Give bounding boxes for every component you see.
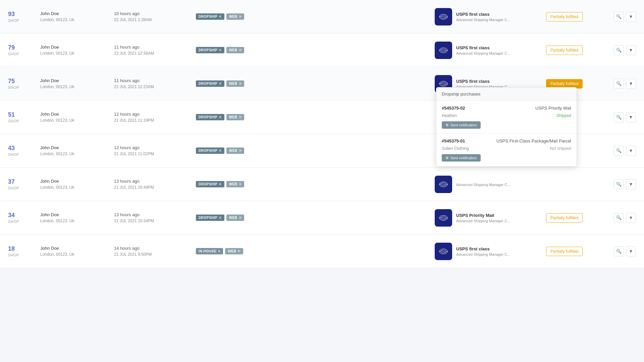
customer-name: John Doe [40, 145, 109, 150]
actions-col: 🔍 ▼ [609, 79, 636, 89]
tag-web-button[interactable]: WEB ✕ [226, 80, 244, 87]
search-action-button[interactable]: 🔍 [614, 146, 624, 156]
carrier-logo [435, 176, 452, 193]
search-icon: 🔍 [616, 14, 622, 19]
expand-action-button[interactable]: ▼ [626, 146, 636, 156]
shipping-info: USPS Priority Mail Advanced Shipping Man… [456, 213, 542, 223]
tag-dropship-button[interactable]: DROPSHIP ✕ [196, 181, 224, 187]
tags-col: DROPSHIP ✕ WEB ✕ [196, 47, 270, 53]
carrier-logo [435, 209, 452, 227]
customer-name: John Doe [40, 11, 109, 16]
chevron-down-icon: ▼ [629, 115, 633, 120]
sent-notification-button[interactable]: Sent notification [442, 154, 481, 162]
tag-dropship-button[interactable]: DROPSHIP ✕ [196, 13, 224, 20]
customer-name: John Doe [40, 212, 109, 217]
tag-web-button[interactable]: WEB ✕ [226, 13, 244, 20]
tags-col: DROPSHIP ✕ WEB ✕ [196, 13, 270, 20]
time-ago: 13 hours ago [114, 212, 196, 217]
purchase-id: #545375-02 [442, 106, 465, 111]
sent-notification-button[interactable]: Sent notification [442, 121, 481, 129]
actions-col: 🔍 ▼ [609, 112, 636, 122]
time-col: 10 hours ago 22 JUL 2021 1:28AM [109, 11, 196, 22]
tag-dropship-button[interactable]: DROPSHIP ✕ [196, 80, 224, 87]
tag-in-house-button[interactable]: IN-HOUSE ✕ [196, 248, 223, 254]
customer-col: John Doe London, 00123, Uk [35, 212, 109, 223]
expand-action-button[interactable]: ▼ [626, 179, 636, 189]
tag-delete-icon: ✕ [239, 82, 242, 85]
tag-web-button[interactable]: WEB ✕ [226, 114, 244, 120]
actions-col: 🔍 ▼ [609, 146, 636, 156]
orders-list: 93 SHOP John Doe London, 00123, Uk 10 ho… [0, 0, 644, 268]
chevron-down-icon: ▼ [629, 14, 633, 19]
order-row: 93 SHOP John Doe London, 00123, Uk 10 ho… [0, 0, 644, 34]
tag-web-button[interactable]: WEB ✕ [226, 181, 244, 187]
status-button[interactable]: Partially fulfilled [546, 213, 583, 223]
time-col: 11 hours ago 22 JUL 2021 12:23AM [109, 78, 196, 89]
order-number: 34 [8, 212, 35, 219]
tag-web-button[interactable]: WEB ✕ [226, 47, 244, 53]
search-action-button[interactable]: 🔍 [614, 213, 624, 223]
status-col: Partially fulfilled [542, 247, 609, 256]
order-source: SHOP [8, 52, 19, 56]
customer-name: John Doe [40, 45, 109, 50]
order-number: 18 [8, 245, 35, 252]
tag-web-button[interactable]: WEB ✕ [226, 215, 244, 221]
status-button[interactable]: Partially fulfilled [546, 247, 583, 256]
shipping-info: USPS first class Advanced Shipping Manag… [456, 45, 542, 55]
expand-action-button[interactable]: ▼ [626, 246, 636, 256]
search-action-button[interactable]: 🔍 [614, 112, 624, 122]
shipping-manager: Advanced Shipping Manager C... [456, 183, 542, 187]
tags-col: DROPSHIP ✕ WEB ✕ [196, 147, 270, 154]
search-action-button[interactable]: 🔍 [614, 12, 624, 22]
status-button[interactable]: Partially fulfilled [546, 46, 583, 55]
tag-delete-icon: ✕ [239, 149, 242, 153]
time-col: 13 hours ago 21 JUL 2021 10:49PM [109, 179, 196, 190]
tag-web-button[interactable]: WEB ✕ [225, 248, 243, 254]
notification-dot-icon [446, 157, 448, 159]
expand-action-button[interactable]: ▼ [626, 12, 636, 22]
tags-col: DROPSHIP ✕ WEB ✕ [196, 181, 270, 187]
search-action-button[interactable]: 🔍 [614, 79, 624, 89]
search-action-button[interactable]: 🔍 [614, 45, 624, 55]
time-ago: 12 hours ago [114, 112, 196, 117]
expand-action-button[interactable]: ▼ [626, 213, 636, 223]
order-row: 34 SHOP John Doe London, 00123, Uk 13 ho… [0, 201, 644, 235]
actions-col: 🔍 ▼ [609, 213, 636, 223]
carrier-logo [435, 42, 452, 59]
time-date: 21 JUL 2021 10:49PM [114, 185, 196, 190]
shipping-method: USPS first class [456, 12, 542, 17]
customer-address: London, 00123, Uk [40, 17, 109, 22]
shipping-info: USPS first class Advanced Shipping Manag… [456, 12, 542, 22]
tag-dropship-button[interactable]: DROPSHIP ✕ [196, 47, 224, 53]
tag-dropship-button[interactable]: DROPSHIP ✕ [196, 114, 224, 120]
shipping-col: USPS first class Advanced Shipping Manag… [435, 42, 542, 59]
time-ago: 10 hours ago [114, 11, 196, 16]
status-button[interactable]: Partially fulfilled [546, 12, 583, 21]
shipping-method: USPS Priority Mail [456, 213, 542, 218]
chevron-down-icon: ▼ [629, 249, 633, 254]
chevron-down-icon: ▼ [629, 215, 633, 220]
time-date: 21 JUL 2021 10:34PM [114, 219, 196, 223]
expand-action-button[interactable]: ▼ [626, 45, 636, 55]
tag-dropship-button[interactable]: DROPSHIP ✕ [196, 215, 224, 221]
purchase-header: #545375-01 USPS First-Class Package/Mail… [442, 138, 571, 143]
search-icon: 🔍 [616, 148, 622, 153]
purchase-method: USPS Priority Mail [535, 106, 571, 111]
tag-dropship-button[interactable]: DROPSHIP ✕ [196, 147, 224, 154]
expand-action-button[interactable]: ▼ [626, 112, 636, 122]
tag-web-button[interactable]: WEB ✕ [226, 147, 244, 154]
time-date: 22 JUL 2021 12:39AM [114, 51, 196, 56]
search-action-button[interactable]: 🔍 [614, 179, 624, 189]
search-action-button[interactable]: 🔍 [614, 246, 624, 256]
expand-action-button[interactable]: ▼ [626, 79, 636, 89]
customer-col: John Doe London, 00123, Uk [35, 179, 109, 190]
order-source: SHOP [8, 186, 19, 190]
customer-name: John Doe [40, 78, 109, 83]
purchase-ship-status: Not shipped [550, 146, 571, 151]
time-col: 11 hours ago 22 JUL 2021 12:39AM [109, 45, 196, 56]
status-col: Partially fulfilled [542, 46, 609, 55]
order-source: SHOP [8, 18, 19, 22]
tag-delete-icon: ✕ [219, 15, 222, 18]
order-number-col: 34 SHOP [8, 212, 35, 224]
chevron-down-icon: ▼ [629, 81, 633, 86]
